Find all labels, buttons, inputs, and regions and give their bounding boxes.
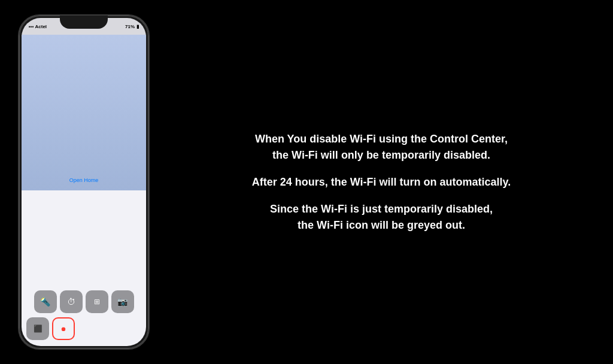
scan-button[interactable]: ⬛ <box>26 317 49 340</box>
signal-bars: ▪▪▪ <box>29 24 34 29</box>
bottom-actions-row: 🔦 ⏱ ⊞ 📷 <box>26 290 141 313</box>
phone-mockup: ▪▪▪ Actel 71% ▮ ✈ <box>18 14 150 350</box>
calculator-icon: ⊞ <box>94 298 100 306</box>
info-line-2: After 24 hours, the Wi-Fi will turn on a… <box>180 174 583 190</box>
bottom-actions-row-2: ⬛ ⏺ <box>26 317 141 340</box>
scan-icon: ⬛ <box>34 324 43 333</box>
info-line-1: When You disable Wi-Fi using the Control… <box>180 131 583 163</box>
phone-screen: ▪▪▪ Actel 71% ▮ ✈ <box>22 18 146 346</box>
open-home-label[interactable]: Open Home <box>69 177 99 183</box>
status-battery: 71% ▮ <box>125 24 139 29</box>
flashlight-button[interactable]: 🔦 <box>34 290 57 313</box>
info-line-3: Since the Wi-Fi is just temporarily disa… <box>180 201 583 233</box>
info-text-area: When You disable Wi-Fi using the Control… <box>150 113 613 251</box>
home-area: Open Home <box>22 35 146 190</box>
phone-body: ▪▪▪ Actel 71% ▮ ✈ <box>18 14 150 350</box>
camera-icon: 📷 <box>117 297 128 307</box>
phone-notch <box>60 16 108 29</box>
record-icon: ⏺ <box>60 326 66 332</box>
camera-button[interactable]: 📷 <box>111 290 134 313</box>
battery-icon: ▮ <box>136 24 139 29</box>
timer-button[interactable]: ⏱ <box>60 290 83 313</box>
status-carrier: ▪▪▪ Actel <box>29 24 47 29</box>
record-button[interactable]: ⏺ <box>52 317 75 340</box>
timer-icon: ⏱ <box>67 297 75 307</box>
calculator-button[interactable]: ⊞ <box>86 290 108 313</box>
flashlight-icon: 🔦 <box>40 297 50 307</box>
